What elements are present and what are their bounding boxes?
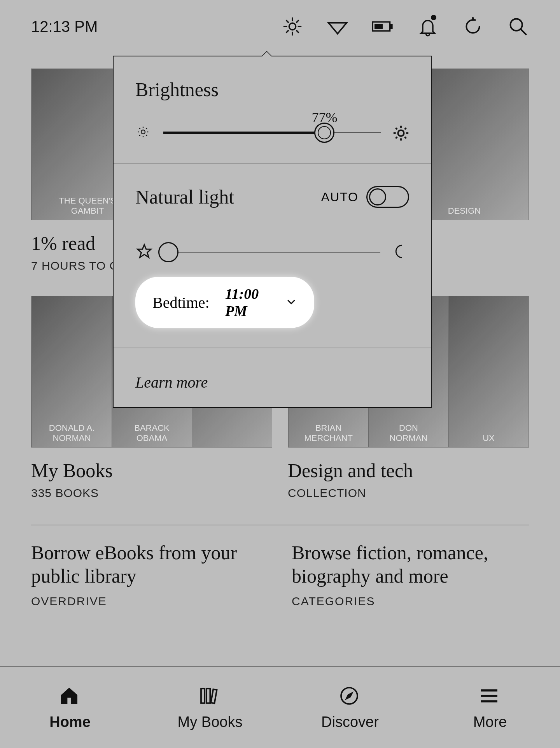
- svg-point-14: [141, 130, 145, 134]
- wifi-icon[interactable]: [327, 16, 348, 37]
- brightness-slider-thumb[interactable]: [314, 123, 334, 143]
- notifications-icon[interactable]: [417, 16, 439, 37]
- nav-discover[interactable]: Discover: [280, 667, 420, 748]
- books-icon: [198, 685, 222, 708]
- svg-point-23: [398, 130, 404, 136]
- auto-label: AUTO: [321, 190, 359, 204]
- nav-home-label: Home: [49, 714, 91, 730]
- brightness-popup: Brightness 77% Natural light AUTO: [113, 56, 432, 408]
- overdrive-sub: OVERDRIVE: [31, 595, 268, 608]
- nav-more-label: More: [473, 714, 507, 730]
- moon-icon: [391, 243, 409, 261]
- overdrive-title: Borrow eBooks from your public library: [31, 541, 268, 588]
- nav-more[interactable]: More: [420, 667, 560, 748]
- bedtime-value: 11:00 PM: [225, 285, 268, 320]
- svg-line-19: [139, 128, 140, 129]
- svg-rect-35: [211, 689, 217, 703]
- bottom-nav: Home My Books Discover More: [0, 666, 560, 748]
- divider: [31, 525, 529, 525]
- svg-line-30: [396, 137, 397, 139]
- svg-rect-33: [201, 688, 205, 703]
- brightness-high-icon: [392, 124, 409, 141]
- categories-title: Browse fiction, romance, biography and m…: [292, 541, 529, 588]
- battery-icon[interactable]: [372, 16, 394, 37]
- popup-arrow: [261, 51, 272, 56]
- svg-line-22: [146, 128, 147, 129]
- natural-light-auto-toggle[interactable]: [366, 186, 409, 208]
- mybooks-title: My Books: [31, 459, 272, 482]
- svg-rect-10: [374, 24, 383, 29]
- sun-outline-icon: [135, 243, 153, 261]
- svg-line-29: [405, 137, 406, 139]
- categories-sub: CATEGORIES: [292, 595, 529, 608]
- brightness-low-icon: [135, 124, 152, 141]
- learn-more-link[interactable]: Learn more: [135, 373, 208, 392]
- svg-line-5: [287, 21, 289, 23]
- mybooks-count-label: 335 BOOKS: [31, 486, 272, 500]
- nav-home[interactable]: Home: [0, 667, 140, 748]
- svg-line-20: [146, 135, 147, 136]
- divider: [114, 348, 431, 348]
- chevron-down-icon: [285, 296, 297, 309]
- home-icon: [58, 685, 82, 708]
- search-icon[interactable]: [507, 16, 529, 37]
- svg-rect-34: [206, 688, 210, 703]
- svg-line-31: [405, 128, 406, 129]
- svg-line-8: [297, 21, 299, 23]
- natural-light-slider-thumb[interactable]: [158, 242, 178, 262]
- svg-line-21: [139, 135, 140, 136]
- clock-label: 12:13 PM: [31, 18, 98, 35]
- collection-sub: COLLECTION: [288, 486, 529, 500]
- svg-point-12: [511, 19, 522, 31]
- overdrive-link[interactable]: Borrow eBooks from your public library O…: [31, 541, 268, 608]
- brightness-icon[interactable]: [282, 16, 303, 37]
- categories-link[interactable]: Browse fiction, romance, biography and m…: [292, 541, 529, 608]
- svg-line-6: [297, 31, 299, 33]
- status-bar: 12:13 PM: [0, 0, 560, 53]
- svg-line-28: [396, 128, 397, 129]
- brightness-slider[interactable]: 77%: [163, 132, 381, 133]
- bedtime-label: Bedtime:: [152, 293, 210, 312]
- svg-marker-32: [138, 245, 151, 258]
- svg-marker-37: [346, 693, 352, 699]
- sync-icon[interactable]: [462, 16, 484, 37]
- svg-point-0: [289, 23, 296, 30]
- brightness-heading: Brightness: [135, 78, 409, 101]
- svg-rect-11: [390, 24, 393, 29]
- svg-line-13: [521, 29, 527, 35]
- bedtime-selector[interactable]: Bedtime: 11:00 PM: [135, 277, 314, 328]
- svg-line-7: [287, 31, 289, 33]
- nav-mybooks[interactable]: My Books: [140, 667, 280, 748]
- divider: [114, 163, 431, 164]
- nav-discover-label: Discover: [321, 714, 379, 730]
- nav-mybooks-label: My Books: [178, 714, 243, 730]
- menu-icon: [478, 685, 502, 708]
- natural-light-slider[interactable]: [164, 252, 380, 253]
- compass-icon: [338, 685, 362, 708]
- collection-title: Design and tech: [288, 459, 529, 482]
- natural-light-heading: Natural light: [135, 186, 234, 208]
